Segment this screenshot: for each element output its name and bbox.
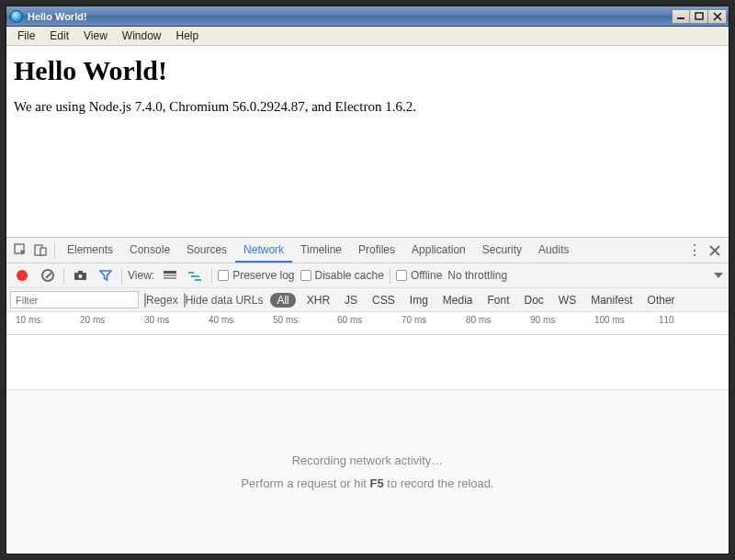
filter-type-media[interactable]: Media [439,293,477,308]
svg-rect-10 [78,271,83,274]
hint-line-2: Perform a request or hit F5 to record th… [241,476,493,490]
network-filter-bar: Regex Hide data URLs AllXHRJSCSSImgMedia… [6,288,729,312]
window-title: Hello World! [28,11,87,22]
record-button[interactable] [12,265,32,286]
ruler-tick: 20 ms [80,315,105,325]
regex-toggle[interactable]: Regex [144,294,178,307]
tab-sources[interactable]: Sources [178,238,235,263]
preserve-log-toggle[interactable]: Preserve log [218,269,294,282]
tab-security[interactable]: Security [474,238,530,263]
hide-data-urls-toggle[interactable]: Hide data URLs [184,294,264,307]
ruler-tick: 100 ms [594,315,625,325]
tab-audits[interactable]: Audits [530,238,577,263]
filter-type-font[interactable]: Font [484,293,514,308]
ruler-tick: 50 ms [273,315,298,325]
svg-rect-12 [164,271,176,274]
filter-type-css[interactable]: CSS [368,293,399,308]
ruler-tick: 80 ms [466,315,491,325]
recording-hint: Recording network activity… Perform a re… [6,390,729,554]
ruler-tick: 30 ms [144,315,169,325]
devtools-more-icon[interactable]: ⋮ [684,241,705,261]
ruler-tick: 70 ms [401,315,426,325]
offline-toggle[interactable]: Offline [396,269,442,282]
ruler-tick: 110 [659,315,674,325]
hint-line-1: Recording network activity… [292,454,444,467]
waterfall-area [6,335,729,390]
svg-rect-13 [164,274,176,276]
ruler-tick: 90 ms [530,315,555,325]
device-toolbar-icon[interactable] [30,241,51,261]
close-button[interactable] [708,9,727,24]
filter-type-xhr[interactable]: XHR [303,293,334,308]
checkbox-icon [396,270,407,281]
menu-help[interactable]: Help [169,28,207,44]
tab-elements[interactable]: Elements [59,238,121,263]
filter-type-other[interactable]: Other [644,293,679,308]
menu-file[interactable]: File [10,28,42,44]
network-toolbar: View: Preserve log Disable cache Offline… [6,263,729,288]
filter-type-doc[interactable]: Doc [521,293,548,308]
svg-rect-17 [195,279,201,281]
filter-type-img[interactable]: Img [406,293,432,308]
ruler-tick: 40 ms [209,315,233,325]
filter-icon[interactable] [96,265,116,286]
titlebar: Hello World! [6,6,729,27]
filter-type-js[interactable]: JS [341,293,361,308]
filter-type-ws[interactable]: WS [555,293,580,308]
ruler-tick: 60 ms [337,315,362,325]
svg-point-11 [78,274,82,278]
waterfall-overview-icon[interactable] [186,265,206,286]
checkbox-icon [218,270,229,281]
tab-application[interactable]: Application [403,238,474,263]
devtools-close-icon[interactable] [705,241,725,261]
large-rows-icon[interactable] [160,265,180,286]
minimize-button[interactable] [672,9,690,24]
filter-input[interactable] [10,291,139,308]
page-content: Hello World! We are using Node.js 7.4.0,… [6,46,729,237]
menu-edit[interactable]: Edit [42,28,76,44]
menubar: FileEditViewWindowHelp [6,27,729,46]
disable-cache-toggle[interactable]: Disable cache [300,269,384,282]
filter-type-manifest[interactable]: Manifest [587,293,636,308]
svg-rect-1 [695,13,703,19]
maximize-button[interactable] [690,9,708,24]
capture-screenshots-icon[interactable] [70,265,90,286]
devtools: ElementsConsoleSourcesNetworkTimelinePro… [6,237,729,554]
throttling-select[interactable]: No throttling [447,269,507,282]
menu-view[interactable]: View [76,28,115,44]
tab-profiles[interactable]: Profiles [350,238,403,263]
filter-type-all[interactable]: All [270,293,295,308]
tab-console[interactable]: Console [121,238,178,263]
checkbox-icon [300,270,311,281]
menu-window[interactable]: Window [115,28,169,44]
svg-rect-16 [191,275,199,277]
devtools-tabstrip: ElementsConsoleSourcesNetworkTimelinePro… [6,238,729,263]
tab-timeline[interactable]: Timeline [292,238,350,263]
timeline-ruler[interactable]: 10 ms20 ms30 ms40 ms50 ms60 ms70 ms80 ms… [6,312,729,335]
page-body-text: We are using Node.js 7.4.0, Chromium 56.… [14,99,721,115]
page-heading: Hello World! [14,55,721,86]
svg-rect-15 [188,272,194,274]
inspect-element-icon[interactable] [10,241,30,261]
app-icon [10,10,23,23]
clear-button[interactable] [38,265,58,286]
tab-network[interactable]: Network [235,238,292,263]
ruler-tick: 10 ms [16,315,40,325]
svg-rect-14 [164,277,176,279]
clear-icon [41,269,54,282]
throttling-dropdown-icon[interactable] [714,273,723,278]
svg-rect-6 [40,248,46,255]
view-label: View: [128,269,154,282]
